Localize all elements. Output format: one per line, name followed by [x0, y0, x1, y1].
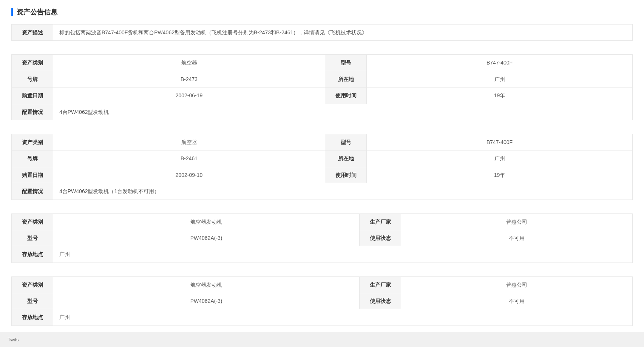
footer-text: Twits [8, 337, 19, 342]
value-1-2-1: 19年 [367, 167, 633, 183]
content-area: 资产描述标的包括两架波音B747-400F货机和两台PW4062型备用发动机（飞… [11, 24, 633, 326]
label-0-1-0: 号牌 [12, 71, 53, 87]
label-3-2: 存放地点 [12, 309, 53, 326]
label-2-0-1: 生产厂家 [360, 213, 401, 230]
label-3-1-1: 使用状态 [360, 293, 401, 309]
label-1-1-1: 所在地 [325, 150, 367, 167]
value-0-0-0: 航空器 [53, 55, 325, 71]
table-row: 配置情况4台PW4062型发动机（1台发动机不可用） [12, 183, 633, 200]
label-1-2-1: 使用时间 [325, 167, 367, 183]
value-3-1-0: PW4062A(-3) [53, 293, 360, 309]
value-1-2-0: 2002-09-10 [53, 167, 325, 183]
label-0-0-1: 型号 [325, 55, 367, 71]
value-3-1-1: 不可用 [401, 293, 633, 309]
value-3-0-1: 普惠公司 [401, 276, 633, 293]
table-row: 购置日期2002-09-10使用时间19年 [12, 167, 633, 183]
label-1-1-0: 号牌 [12, 150, 53, 167]
value-0-1-1: 广州 [367, 71, 633, 87]
label-0-0-0: 资产类别 [12, 55, 53, 71]
value-2-1-1: 不可用 [401, 230, 633, 246]
value-2-0-0: 航空器发动机 [53, 213, 360, 230]
value-2-1-0: PW4062A(-3) [53, 230, 360, 246]
label-2-1-1: 使用状态 [360, 230, 401, 246]
asset-block-3: 资产类别航空器发动机生产厂家普惠公司型号PW4062A(-3)使用状态不可用存放… [11, 276, 633, 326]
description-table: 资产描述标的包括两架波音B747-400F货机和两台PW4062型备用发动机（飞… [11, 24, 633, 41]
description-label: 资产描述 [12, 25, 53, 41]
value-1-0-1: B747-400F [367, 134, 633, 150]
table-row: 资产类别航空器型号B747-400F [12, 134, 633, 150]
label-2-2: 存放地点 [12, 246, 53, 263]
label-1-3: 配置情况 [12, 183, 53, 200]
value-0-0-1: B747-400F [367, 55, 633, 71]
asset-block-2: 资产类别航空器发动机生产厂家普惠公司型号PW4062A(-3)使用状态不可用存放… [11, 213, 633, 263]
value-3-0-0: 航空器发动机 [53, 276, 360, 293]
label-0-2-1: 使用时间 [325, 88, 367, 104]
table-row: 存放地点广州 [12, 246, 633, 263]
label-3-1-0: 型号 [12, 293, 53, 309]
label-1-0-1: 型号 [325, 134, 367, 150]
table-row: 资产类别航空器发动机生产厂家普惠公司 [12, 213, 633, 230]
label-3-0-0: 资产类别 [12, 276, 53, 293]
value-1-0-0: 航空器 [53, 134, 325, 150]
value-2-0-1: 普惠公司 [401, 213, 633, 230]
table-row: 型号PW4062A(-3)使用状态不可用 [12, 230, 633, 246]
table-row: 存放地点广州 [12, 309, 633, 326]
table-row: 资产类别航空器型号B747-400F [12, 55, 633, 71]
table-row: 配置情况4台PW4062型发动机 [12, 104, 633, 120]
page-title: 资产公告信息 [17, 8, 57, 17]
value-0-3: 4台PW4062型发动机 [53, 104, 633, 120]
label-0-1-1: 所在地 [325, 71, 367, 87]
value-3-2: 广州 [53, 309, 633, 326]
table-row: 购置日期2002-06-19使用时间19年 [12, 88, 633, 104]
label-1-2-0: 购置日期 [12, 167, 53, 183]
value-1-1-1: 广州 [367, 150, 633, 167]
value-1-1-0: B-2461 [53, 150, 325, 167]
value-0-2-0: 2002-06-19 [53, 88, 325, 104]
value-2-2: 广州 [53, 246, 633, 263]
table-row: 号牌B-2473所在地广州 [12, 71, 633, 87]
bottom-bar: Twits [0, 332, 644, 347]
asset-block-0: 资产类别航空器型号B747-400F号牌B-2473所在地广州购置日期2002-… [11, 54, 633, 120]
label-2-1-0: 型号 [12, 230, 53, 246]
value-1-3: 4台PW4062型发动机（1台发动机不可用） [53, 183, 633, 200]
page-header: 资产公告信息 [11, 8, 633, 17]
table-row: 号牌B-2461所在地广州 [12, 150, 633, 167]
table-row: 资产类别航空器发动机生产厂家普惠公司 [12, 276, 633, 293]
table-row: 型号PW4062A(-3)使用状态不可用 [12, 293, 633, 309]
label-0-3: 配置情况 [12, 104, 53, 120]
value-0-1-0: B-2473 [53, 71, 325, 87]
label-0-2-0: 购置日期 [12, 88, 53, 104]
label-1-0-0: 资产类别 [12, 134, 53, 150]
description-value: 标的包括两架波音B747-400F货机和两台PW4062型备用发动机（飞机注册号… [53, 25, 633, 41]
label-2-0-0: 资产类别 [12, 213, 53, 230]
label-3-0-1: 生产厂家 [360, 276, 401, 293]
asset-block-1: 资产类别航空器型号B747-400F号牌B-2461所在地广州购置日期2002-… [11, 134, 633, 200]
title-accent-bar [11, 8, 13, 16]
value-0-2-1: 19年 [367, 88, 633, 104]
